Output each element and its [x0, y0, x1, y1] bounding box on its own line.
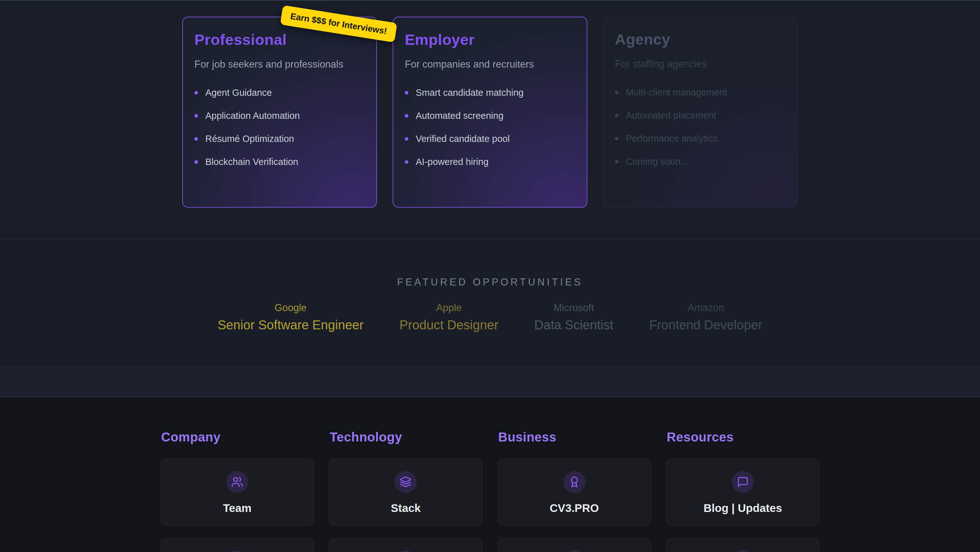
feature-item: Blockchain Verification	[194, 157, 365, 167]
footer-card-blog[interactable]: Blog | Updates	[666, 458, 819, 526]
feature-item: Performance analytics	[615, 133, 786, 144]
plan-features: Smart candidate matching Automated scree…	[405, 88, 575, 167]
job-item-apple[interactable]: Apple Product Designer	[399, 302, 498, 332]
card-label: Stack	[391, 502, 420, 515]
plan-description: For companies and recruiters	[405, 59, 575, 70]
bullet-icon	[615, 137, 619, 140]
pricing-card-employer[interactable]: Employer For companies and recruiters Sm…	[393, 17, 587, 207]
feature-label: Application Automation	[205, 110, 300, 121]
bullet-icon	[405, 137, 408, 140]
feature-label: Performance analytics	[626, 133, 718, 144]
footer-column-resources: Resources Blog | Updates	[666, 430, 819, 552]
footer-card-partial[interactable]	[666, 538, 819, 552]
icon-circle	[732, 550, 754, 552]
award-icon	[563, 471, 585, 493]
feature-item: Agent Guidance	[194, 88, 365, 98]
job-role: Data Scientist	[534, 318, 613, 332]
icon-circle	[226, 550, 248, 552]
feature-item: Résumé Optimization	[194, 134, 365, 144]
company-name: Amazon	[649, 302, 762, 314]
feature-label: Agent Guidance	[205, 88, 272, 98]
plan-cards-row: Professional For job seekers and profess…	[0, 1, 980, 207]
footer: Company Team Technology Stack	[0, 397, 980, 552]
page: Earn $$$ for Interviews! Professional Fo…	[0, 0, 980, 552]
company-name: Apple	[399, 302, 498, 314]
feature-label: Automated screening	[416, 110, 503, 121]
plan-description: For staffing agencies	[615, 58, 786, 70]
message-square-icon	[732, 471, 754, 493]
feature-item: Automated placement	[615, 110, 786, 121]
job-role: Frontend Developer	[649, 318, 762, 332]
bullet-icon	[615, 91, 619, 94]
bullet-icon	[194, 137, 198, 140]
layers-icon	[395, 471, 417, 493]
jobs-carousel: Google Senior Software Engineer Apple Pr…	[0, 302, 980, 332]
job-role: Senior Software Engineer	[218, 318, 363, 332]
feature-item: Verified candidate pool	[405, 134, 575, 144]
company-name: Microsoft	[534, 302, 613, 314]
footer-card-cv3pro[interactable]: CV3.PRO	[498, 458, 651, 526]
bullet-icon	[615, 160, 619, 163]
job-item-google[interactable]: Google Senior Software Engineer	[218, 302, 363, 332]
footer-column-business: Business CV3.PRO	[498, 430, 651, 552]
bullet-icon	[405, 114, 408, 118]
card-label: Blog | Updates	[704, 502, 782, 515]
feature-item: Coming soon...	[615, 156, 786, 167]
feature-item: Multi-client management	[615, 87, 786, 98]
featured-opportunities-section: FEATURED OPPORTUNITIES Google Senior Sof…	[0, 239, 980, 367]
feature-item: Automated screening	[405, 110, 575, 121]
card-label: CV3.PRO	[550, 502, 599, 515]
plan-title: Employer	[405, 31, 575, 48]
footer-card-team[interactable]: Team	[161, 458, 314, 526]
plan-title: Agency	[615, 30, 786, 48]
plan-features: Agent Guidance Application Automation Ré…	[194, 88, 365, 167]
column-heading: Business	[498, 430, 651, 444]
icon-circle	[395, 550, 417, 552]
footer-column-technology: Technology Stack	[329, 430, 482, 552]
featured-title: FEATURED OPPORTUNITIES	[0, 239, 980, 288]
company-name: Google	[218, 302, 363, 314]
feature-label: Coming soon...	[626, 156, 688, 167]
users-icon	[226, 471, 248, 493]
column-heading: Resources	[667, 430, 819, 444]
job-item-amazon[interactable]: Amazon Frontend Developer	[649, 302, 762, 332]
bullet-icon	[405, 91, 408, 94]
bullet-icon	[194, 91, 198, 94]
feature-label: Automated placement	[626, 110, 716, 121]
job-role: Product Designer	[399, 318, 498, 332]
feature-label: Multi-client management	[626, 87, 727, 98]
job-item-microsoft[interactable]: Microsoft Data Scientist	[534, 302, 613, 332]
column-heading: Technology	[329, 430, 482, 444]
feature-label: Résumé Optimization	[205, 134, 294, 144]
feature-item: Smart candidate matching	[405, 88, 575, 98]
footer-grid: Company Team Technology Stack	[161, 430, 819, 552]
feature-label: Smart candidate matching	[416, 88, 523, 98]
feature-label: Blockchain Verification	[205, 157, 298, 167]
footer-card-partial[interactable]	[329, 538, 482, 552]
column-heading: Company	[161, 430, 314, 444]
pricing-card-professional[interactable]: Professional For job seekers and profess…	[182, 17, 377, 207]
feature-label: Verified candidate pool	[416, 134, 509, 144]
footer-card-partial[interactable]	[161, 538, 314, 552]
bullet-icon	[405, 160, 408, 164]
bullet-icon	[194, 114, 198, 118]
icon-circle	[563, 550, 585, 552]
plan-description: For job seekers and professionals	[194, 59, 365, 70]
section-spacer	[0, 367, 980, 397]
bullet-icon	[615, 114, 619, 117]
feature-item: Application Automation	[194, 110, 365, 121]
pricing-card-agency: Agency For staffing agencies Multi-clien…	[603, 17, 798, 207]
footer-card-partial[interactable]	[498, 538, 651, 552]
feature-label: AI-powered hiring	[416, 157, 488, 167]
feature-item: AI-powered hiring	[405, 157, 575, 167]
card-label: Team	[223, 502, 251, 515]
plans-section: Earn $$$ for Interviews! Professional Fo…	[0, 0, 980, 239]
plan-features: Multi-client management Automated placem…	[615, 87, 786, 167]
bullet-icon	[194, 160, 198, 164]
footer-column-company: Company Team	[161, 430, 314, 552]
footer-card-stack[interactable]: Stack	[329, 458, 482, 526]
